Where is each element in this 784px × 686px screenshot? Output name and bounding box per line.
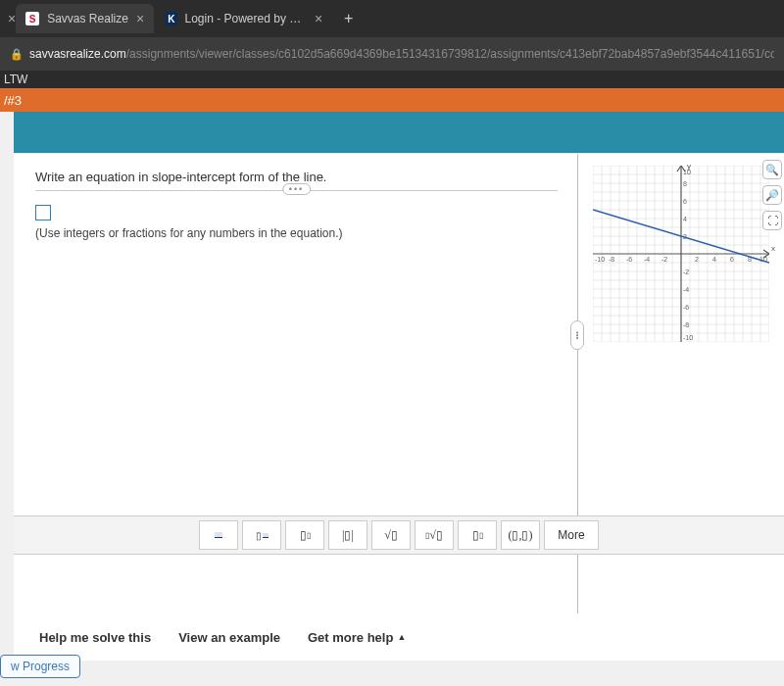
lock-icon: 🔒 — [10, 48, 24, 61]
help-solve-link[interactable]: Help me solve this — [39, 630, 151, 645]
svg-text:4: 4 — [683, 216, 687, 222]
address-bar[interactable]: 🔒 savvasrealize.com/assignments/viewer/c… — [0, 37, 784, 71]
zoom-in-icon[interactable]: 🔍 — [762, 160, 782, 179]
help-more-link[interactable]: Get more help ▲ — [308, 630, 406, 645]
math-palette: ▯ ▯▯ |▯| √▯ ▯√▯ ▯▯ (▯,▯) More — [14, 515, 784, 555]
url-host: savvasrealize.com — [29, 47, 126, 61]
caret-up-icon: ▲ — [397, 632, 406, 642]
palette-exponent-button[interactable]: ▯▯ — [285, 520, 324, 550]
browser-tab-strip: × S Savvas Realize × K Login - Powered b… — [0, 0, 784, 37]
svg-text:-4: -4 — [644, 256, 650, 263]
close-icon[interactable]: × — [315, 11, 322, 26]
svg-text:-10: -10 — [595, 256, 605, 263]
palette-sqrt-button[interactable]: √▯ — [371, 520, 411, 550]
svg-text:8: 8 — [748, 256, 752, 263]
question-prompt: Write an equation in slope-intercept for… — [35, 170, 558, 184]
y-axis-label: y — [687, 162, 691, 171]
svg-text:-8: -8 — [683, 321, 689, 328]
fullscreen-icon[interactable]: ⛶ — [762, 211, 782, 230]
svg-text:2: 2 — [683, 233, 687, 240]
svg-text:-6: -6 — [683, 304, 689, 311]
help-example-link[interactable]: View an example — [178, 630, 280, 645]
svg-text:10: 10 — [760, 256, 767, 263]
palette-mixed-button[interactable]: ▯ — [242, 520, 281, 550]
breadcrumb-row-orange: /#3 — [0, 88, 784, 112]
palette-fraction-button[interactable] — [199, 520, 238, 550]
coordinate-graph[interactable]: -10-8-6-4-2 246810 108642 -2-4-6-8-10 y … — [593, 166, 769, 342]
palette-coord-button[interactable]: (▯,▯) — [501, 520, 540, 550]
expand-dots-icon[interactable]: ••• — [282, 183, 311, 195]
tab-title: Savvas Realize — [47, 12, 128, 25]
help-row: Help me solve this View an example Get m… — [14, 613, 784, 661]
svg-text:-4: -4 — [683, 286, 689, 293]
browser-tab-skyward[interactable]: K Login - Powered by Skyward × — [156, 4, 332, 33]
palette-nroot-button[interactable]: ▯√▯ — [415, 520, 454, 550]
savvas-favicon-icon: S — [25, 12, 39, 25]
tab-title: Login - Powered by Skyward — [185, 12, 307, 25]
svg-text:-8: -8 — [609, 256, 614, 263]
palette-more-button[interactable]: More — [544, 520, 599, 550]
teal-banner — [14, 112, 784, 153]
svg-text:4: 4 — [712, 256, 716, 263]
x-axis-label: x — [771, 244, 775, 253]
new-tab-button[interactable]: + — [334, 10, 363, 27]
skyward-favicon-icon: K — [166, 12, 176, 25]
svg-text:6: 6 — [683, 198, 687, 205]
breadcrumb-ltw: LTW — [4, 73, 27, 86]
answer-input[interactable] — [35, 205, 51, 220]
svg-text:-6: -6 — [626, 256, 632, 263]
svg-text:2: 2 — [695, 256, 699, 263]
graph-toolbar: 🔍 🔎 ⛶ — [762, 160, 782, 230]
svg-text:6: 6 — [730, 256, 734, 263]
close-icon[interactable]: × — [8, 11, 16, 26]
progress-button[interactable]: w Progress — [0, 655, 80, 678]
zoom-out-icon[interactable]: 🔎 — [762, 185, 782, 205]
svg-text:-10: -10 — [683, 334, 693, 341]
breadcrumb-row-dark: LTW — [0, 71, 784, 88]
palette-subscript-button[interactable]: ▯▯ — [458, 520, 497, 550]
url-path: /assignments/viewer/classes/c6102d5a669d… — [126, 47, 774, 61]
svg-text:8: 8 — [683, 180, 687, 187]
close-icon[interactable]: × — [136, 11, 144, 26]
palette-abs-button[interactable]: |▯| — [328, 520, 368, 550]
prompt-separator: ••• — [35, 190, 558, 191]
url-text: savvasrealize.com/assignments/viewer/cla… — [29, 47, 774, 61]
answer-hint: (Use integers or fractions for any numbe… — [35, 226, 558, 240]
browser-tab-savvas[interactable]: S Savvas Realize × — [16, 4, 154, 33]
breadcrumb-num: /#3 — [4, 93, 22, 108]
content-area: Write an equation in slope-intercept for… — [14, 153, 784, 613]
svg-text:-2: -2 — [662, 256, 667, 263]
svg-text:-2: -2 — [683, 269, 689, 275]
